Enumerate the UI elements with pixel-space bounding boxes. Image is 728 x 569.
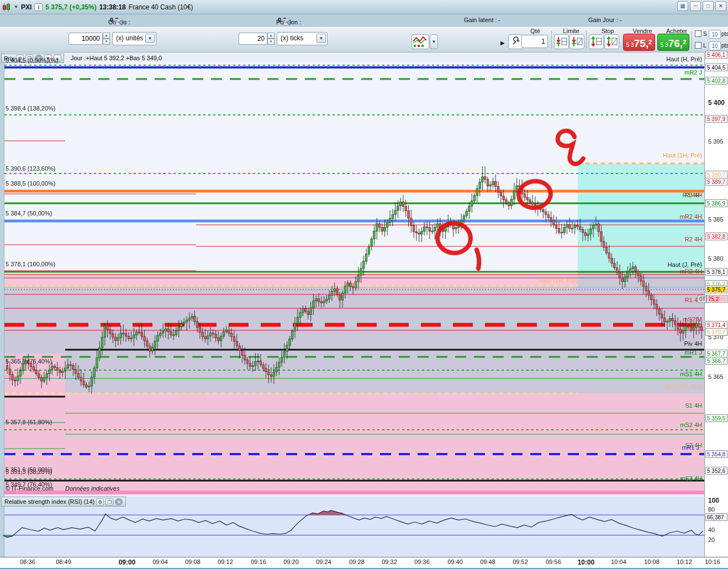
candle-down bbox=[12, 375, 13, 380]
candle-down bbox=[194, 317, 196, 322]
rsi-axis-tick: 100 bbox=[708, 497, 719, 504]
candle-up bbox=[421, 231, 423, 234]
candle-up bbox=[281, 357, 282, 362]
candle-up bbox=[513, 191, 515, 199]
candle-up bbox=[43, 377, 45, 381]
order-ticket-tag: 0T bbox=[698, 295, 706, 303]
candle-up bbox=[283, 351, 285, 357]
candle-down bbox=[241, 351, 243, 355]
candle-up bbox=[571, 228, 573, 229]
candle-up bbox=[223, 331, 224, 336]
candle-down bbox=[9, 369, 10, 375]
candle-down bbox=[114, 337, 116, 340]
candle-down bbox=[524, 194, 525, 197]
candle-up bbox=[574, 225, 576, 228]
candle-up bbox=[323, 301, 325, 303]
wrench-icon[interactable]: ⚙ bbox=[96, 498, 104, 505]
candle-up bbox=[355, 282, 356, 288]
time-axis-label: 09:08 bbox=[185, 559, 201, 565]
candle-down bbox=[244, 355, 246, 360]
candle-up bbox=[357, 276, 359, 282]
time-axis-label: 09:00 bbox=[119, 559, 136, 566]
candle-down bbox=[14, 380, 16, 381]
candle-up bbox=[682, 331, 684, 334]
candle-up bbox=[278, 362, 280, 367]
candle-up bbox=[592, 225, 594, 229]
candle-up bbox=[387, 223, 388, 227]
candle-down bbox=[75, 370, 77, 373]
candle-up bbox=[220, 336, 221, 341]
candle-down bbox=[426, 227, 428, 228]
buy-arrow-icon[interactable]: ▲ bbox=[54, 55, 61, 62]
candle-down bbox=[268, 372, 270, 375]
candle-down bbox=[611, 258, 613, 263]
candle-down bbox=[202, 332, 203, 336]
candle-up bbox=[595, 224, 597, 225]
candle-down bbox=[402, 202, 404, 206]
candle-down bbox=[508, 203, 510, 206]
candle-up bbox=[17, 376, 18, 381]
candle-up bbox=[188, 318, 190, 320]
price-axis-value-box: 5 370,7 bbox=[705, 328, 727, 336]
candle-up bbox=[666, 322, 668, 323]
candle-up bbox=[394, 210, 396, 214]
candle-up bbox=[392, 214, 393, 218]
candle-up bbox=[693, 328, 694, 330]
candle-up bbox=[563, 227, 565, 233]
candle-down bbox=[542, 209, 544, 212]
candle-down bbox=[500, 192, 502, 196]
candle-down bbox=[381, 228, 383, 231]
candle-down bbox=[38, 374, 40, 378]
candle-down bbox=[83, 381, 85, 385]
candle-down bbox=[664, 318, 666, 322]
candle-up bbox=[344, 286, 346, 293]
price-axis-value-box: 5 389,7 bbox=[705, 178, 727, 186]
candle-down bbox=[568, 225, 570, 229]
candle-up bbox=[46, 373, 48, 377]
candle-up bbox=[257, 361, 259, 362]
candle-down bbox=[677, 325, 678, 329]
price-axis-tick: 5 380 bbox=[708, 255, 724, 262]
candle-down bbox=[70, 365, 71, 366]
candle-down bbox=[582, 229, 583, 232]
candle-down bbox=[661, 314, 663, 318]
price-axis-value-box: 5 404,5 bbox=[705, 64, 727, 71]
candle-down bbox=[249, 363, 251, 366]
candle-up bbox=[88, 386, 89, 387]
wrench-icon[interactable]: ⚙ bbox=[16, 55, 24, 62]
candle-up bbox=[117, 338, 119, 340]
candle-down bbox=[690, 327, 692, 330]
candle-down bbox=[30, 363, 31, 367]
candle-down bbox=[123, 333, 124, 334]
price-chart-canvas[interactable] bbox=[0, 0, 728, 569]
time-axis-label: 09:04 bbox=[152, 559, 168, 565]
candle-down bbox=[503, 196, 504, 200]
candle-up bbox=[64, 368, 66, 371]
candle-up bbox=[165, 329, 166, 331]
window-icon[interactable]: ❐ bbox=[25, 55, 33, 62]
candle-down bbox=[307, 312, 309, 314]
candle-up bbox=[209, 333, 211, 336]
candle-down bbox=[246, 360, 248, 363]
window-icon[interactable]: ❐ bbox=[105, 498, 113, 505]
candle-down bbox=[59, 370, 61, 373]
candle-down bbox=[6, 366, 8, 369]
close-pane-icon[interactable]: ✕ bbox=[115, 498, 123, 505]
candle-up bbox=[91, 377, 92, 386]
close-pane-icon[interactable]: ✕ bbox=[35, 55, 43, 62]
price-axis[interactable] bbox=[704, 53, 728, 557]
candle-up bbox=[489, 185, 491, 186]
candle-down bbox=[605, 247, 607, 253]
time-axis-label: 10:00 bbox=[578, 559, 595, 566]
sell-arrow-icon[interactable]: ▼ bbox=[44, 55, 52, 62]
candle-down bbox=[35, 370, 37, 374]
candle-down bbox=[125, 334, 126, 336]
candle-up bbox=[685, 326, 687, 330]
candle-up bbox=[331, 291, 333, 295]
rsi-pane-header: Relative strength index (RSI) (14) ⚙ ❐ ✕ bbox=[1, 497, 126, 507]
candle-down bbox=[547, 214, 549, 217]
candle-up bbox=[292, 331, 293, 339]
candle-down bbox=[526, 197, 528, 200]
candle-down bbox=[550, 218, 552, 221]
rsi-title: Relative strength index (RSI) (14) bbox=[4, 498, 94, 505]
